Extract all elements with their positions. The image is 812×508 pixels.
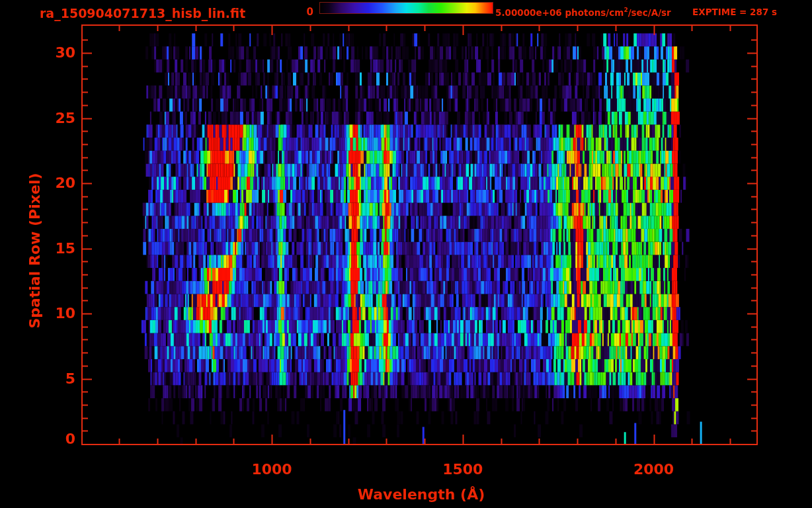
x-tick-label: 1000 xyxy=(232,461,311,478)
x-axis-title: Wavelength (Å) xyxy=(322,486,520,503)
colorbar-max-label: 5.00000e+06 photons/cm2/sec/A/sr xyxy=(495,7,671,18)
y-tick-label: 25 xyxy=(22,110,75,126)
y-axis-title: Spatial Row (Pixel) xyxy=(26,151,44,350)
exptime-label: EXPTIME = 287 s xyxy=(692,7,777,17)
x-tick-label: 1500 xyxy=(423,461,503,478)
y-tick-label: 5 xyxy=(22,371,75,387)
colorbar-gradient xyxy=(319,2,493,14)
spectral-image-viewer: ra_150904071713_hisb_lin.fit 0 5.00000e+… xyxy=(0,0,812,508)
y-tick-label: 0 xyxy=(22,431,75,447)
x-tick-label: 2000 xyxy=(614,461,694,478)
spectral-heatmap-canvas xyxy=(0,0,812,508)
colorbar-min-label: 0 xyxy=(294,6,313,18)
colorbar-units-suffix: /sec/A/sr xyxy=(628,7,671,18)
y-tick-label: 30 xyxy=(22,45,75,61)
colorbar-max-value: 5.00000e+06 photons/cm xyxy=(495,7,624,18)
file-title: ra_150904071713_hisb_lin.fit xyxy=(40,6,245,21)
